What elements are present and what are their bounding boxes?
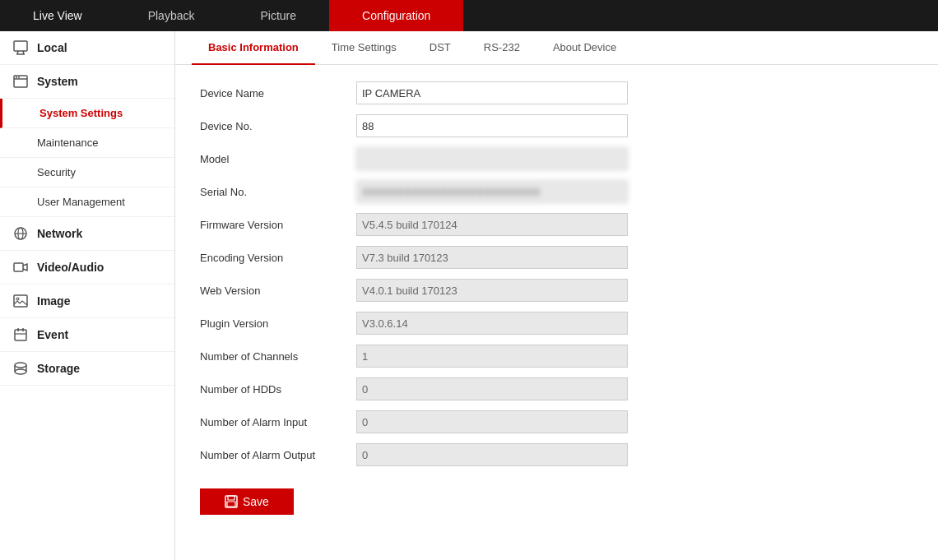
svg-point-6 [16, 76, 17, 78]
sidebar-item-system[interactable]: System [0, 65, 174, 99]
nav-picture[interactable]: Picture [227, 0, 329, 31]
sidebar-label-system-settings: System Settings [39, 107, 123, 119]
svg-point-13 [16, 298, 19, 300]
svg-rect-12 [14, 295, 27, 307]
form-row-plugin-version: Plugin Version [200, 312, 913, 335]
sidebar-label-network: Network [37, 227, 82, 240]
nav-configuration[interactable]: Configuration [329, 0, 463, 31]
label-encoding-version: Encoding Version [200, 252, 356, 264]
label-num-hdds: Number of HDDs [200, 383, 356, 396]
input-num-alarm-input [356, 410, 628, 433]
input-device-name[interactable] [356, 81, 628, 104]
form-row-num-hdds: Number of HDDs [200, 377, 913, 400]
sidebar: Local System System Settings Maintenance… [0, 31, 175, 560]
form-row-num-channels: Number of Channels [200, 345, 913, 368]
label-device-no: Device No. [200, 120, 356, 132]
storage-icon [12, 360, 29, 377]
sidebar-label-maintenance: Maintenance [37, 137, 98, 149]
label-model: Model [200, 153, 356, 165]
svg-point-7 [18, 76, 20, 78]
label-num-channels: Number of Channels [200, 350, 356, 363]
input-device-no[interactable] [356, 114, 628, 137]
event-icon [12, 326, 29, 343]
sidebar-item-storage[interactable]: Storage [0, 352, 174, 386]
label-plugin-version: Plugin Version [200, 317, 356, 330]
form-row-serial-no: Serial No. [200, 180, 913, 203]
sidebar-label-local: Local [37, 41, 67, 54]
top-navigation: Live View Playback Picture Configuration [0, 0, 938, 31]
input-plugin-version [356, 312, 628, 335]
save-icon [225, 495, 238, 508]
sidebar-item-image[interactable]: Image [0, 285, 174, 318]
label-firmware-version: Firmware Version [200, 219, 356, 231]
svg-rect-11 [14, 263, 23, 271]
sidebar-label-system: System [37, 75, 78, 88]
input-web-version [356, 279, 628, 302]
tab-time-settings[interactable]: Time Settings [315, 31, 413, 65]
sidebar-item-maintenance[interactable]: Maintenance [0, 128, 174, 158]
svg-rect-24 [227, 502, 235, 507]
sidebar-item-event[interactable]: Event [0, 318, 174, 352]
input-encoding-version [356, 246, 628, 269]
label-num-alarm-input: Number of Alarm Input [200, 416, 356, 428]
form-body: Device Name Device No. Model Serial No. … [175, 65, 938, 531]
tab-dst[interactable]: DST [413, 31, 467, 65]
sidebar-label-video-audio: Video/Audio [37, 261, 104, 274]
network-icon [12, 225, 29, 242]
tab-rs232[interactable]: RS-232 [467, 31, 536, 65]
sidebar-item-video-audio[interactable]: Video/Audio [0, 251, 174, 285]
monitor-icon [12, 39, 29, 56]
form-row-model: Model [200, 147, 913, 170]
image-icon [12, 293, 29, 309]
video-icon [12, 259, 29, 275]
form-row-encoding-version: Encoding Version [200, 246, 913, 269]
tab-basic-information[interactable]: Basic Information [192, 31, 315, 65]
sidebar-label-storage: Storage [37, 362, 80, 375]
system-icon [12, 73, 29, 90]
sidebar-item-security[interactable]: Security [0, 158, 174, 187]
input-model [356, 147, 628, 170]
input-serial-no [356, 180, 628, 203]
tab-about-device[interactable]: About Device [536, 31, 633, 65]
form-row-num-alarm-input: Number of Alarm Input [200, 410, 913, 433]
form-row-firmware-version: Firmware Version [200, 213, 913, 236]
label-num-alarm-output: Number of Alarm Output [200, 449, 356, 461]
form-row-device-name: Device Name [200, 81, 913, 104]
label-device-name: Device Name [200, 87, 356, 100]
input-num-channels [356, 345, 628, 368]
label-web-version: Web Version [200, 285, 356, 297]
main-layout: Local System System Settings Maintenance… [0, 31, 938, 560]
nav-playback[interactable]: Playback [115, 0, 228, 31]
sidebar-item-network[interactable]: Network [0, 217, 174, 251]
svg-rect-14 [15, 330, 26, 340]
svg-point-21 [15, 369, 26, 374]
sidebar-label-event: Event [37, 328, 68, 341]
form-row-web-version: Web Version [200, 279, 913, 302]
save-button-label: Save [243, 495, 269, 508]
sidebar-item-user-management[interactable]: User Management [0, 187, 174, 217]
main-content: Basic Information Time Settings DST RS-2… [175, 31, 938, 560]
sidebar-label-user-management: User Management [37, 196, 125, 208]
sidebar-label-image: Image [37, 294, 70, 308]
form-row-device-no: Device No. [200, 114, 913, 137]
label-serial-no: Serial No. [200, 186, 356, 198]
save-button[interactable]: Save [200, 488, 294, 515]
nav-live-view[interactable]: Live View [0, 0, 115, 31]
input-firmware-version [356, 213, 628, 236]
sidebar-label-security: Security [37, 166, 76, 178]
svg-point-18 [15, 363, 26, 368]
sidebar-item-local[interactable]: Local [0, 31, 174, 65]
form-row-num-alarm-output: Number of Alarm Output [200, 443, 913, 466]
input-num-hdds [356, 377, 628, 400]
svg-rect-0 [14, 41, 27, 51]
tab-bar: Basic Information Time Settings DST RS-2… [175, 31, 938, 65]
sidebar-item-system-settings[interactable]: System Settings [0, 99, 174, 128]
input-num-alarm-output [356, 443, 628, 466]
